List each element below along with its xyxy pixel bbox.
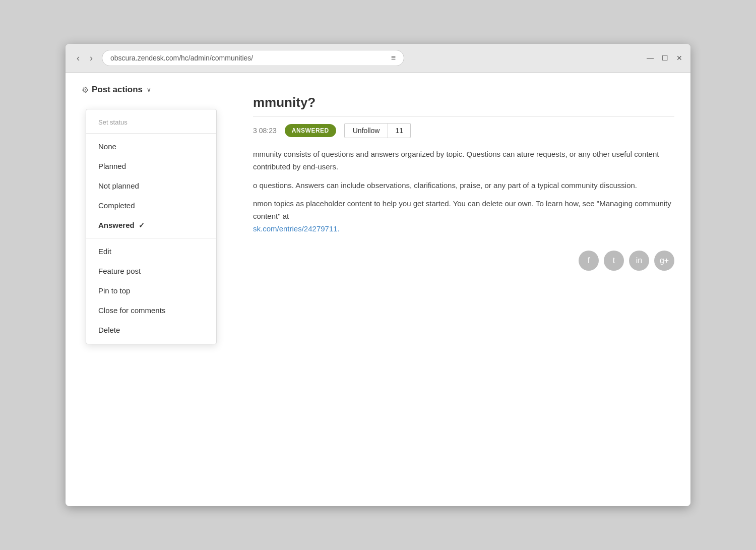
forward-button[interactable]: › <box>87 52 96 65</box>
completed-label: Completed <box>98 201 135 210</box>
chevron-down-icon: ∨ <box>147 86 151 93</box>
browser-window: ‹ › obscura.zendesk.com/hc/admin/communi… <box>66 44 690 506</box>
delete-label: Delete <box>98 326 120 334</box>
dropdown-item-completed[interactable]: Completed <box>86 196 216 215</box>
dropdown-section-label: Set status <box>86 113 216 130</box>
dropdown-item-close-for-comments[interactable]: Close for comments <box>86 300 216 320</box>
body-paragraph-2: o questions. Answers can include observa… <box>253 179 674 192</box>
follow-controls: Unfollow 11 <box>344 123 411 138</box>
linkedin-icon[interactable]: in <box>629 251 649 271</box>
none-label: None <box>98 142 116 151</box>
gear-icon: ⚙ <box>82 85 89 95</box>
url-text: obscura.zendesk.com/hc/admin/communities… <box>110 54 253 62</box>
community-link[interactable]: sk.com/entries/24279711. <box>253 224 340 233</box>
googleplus-icon[interactable]: g+ <box>654 251 674 271</box>
twitter-icon[interactable]: t <box>604 251 624 271</box>
window-controls: — ☐ ✕ <box>647 54 682 62</box>
close-button[interactable]: ✕ <box>676 54 682 62</box>
not-planned-label: Not planned <box>98 181 139 190</box>
dropdown-item-answered[interactable]: Answered ✓ <box>86 215 216 235</box>
minimize-button[interactable]: — <box>647 54 654 62</box>
back-button[interactable]: ‹ <box>74 52 83 65</box>
post-actions-trigger[interactable]: ⚙ Post actions ∨ <box>82 85 674 95</box>
hamburger-icon: ≡ <box>391 53 396 63</box>
main-content: mmunity? 3 08:23 ANSWERED Unfollow 11 mm… <box>233 95 674 271</box>
body-paragraph-3: nmon topics as placeholder content to he… <box>253 198 674 235</box>
answered-badge: ANSWERED <box>285 124 336 137</box>
dropdown-menu: Set status None Planned Not planned Comp… <box>86 109 217 344</box>
address-bar[interactable]: obscura.zendesk.com/hc/admin/communities… <box>102 50 404 66</box>
post-actions-label: Post actions <box>92 85 143 95</box>
social-icons: f t in g+ <box>253 251 674 271</box>
status-divider <box>86 133 216 134</box>
nav-buttons: ‹ › <box>74 52 96 65</box>
feature-post-label: Feature post <box>98 267 141 275</box>
close-for-comments-label: Close for comments <box>98 306 165 315</box>
post-body: mmunity consists of questions and answer… <box>253 148 674 235</box>
maximize-button[interactable]: ☐ <box>662 54 668 62</box>
body-text-3: nmon topics as placeholder content to he… <box>253 199 671 220</box>
dropdown-item-feature-post[interactable]: Feature post <box>86 261 216 281</box>
dropdown-item-none[interactable]: None <box>86 137 216 156</box>
browser-chrome: ‹ › obscura.zendesk.com/hc/admin/communi… <box>66 44 690 73</box>
post-timestamp: 3 08:23 <box>253 127 277 135</box>
checkmark-icon: ✓ <box>139 221 145 229</box>
edit-label: Edit <box>98 247 111 256</box>
dropdown-item-not-planned[interactable]: Not planned <box>86 176 216 196</box>
dropdown-item-edit[interactable]: Edit <box>86 241 216 261</box>
actions-divider <box>86 238 216 238</box>
unfollow-button[interactable]: Unfollow <box>344 123 389 138</box>
dropdown-item-delete[interactable]: Delete <box>86 320 216 340</box>
planned-label: Planned <box>98 162 126 170</box>
body-paragraph-1: mmunity consists of questions and answer… <box>253 148 674 173</box>
post-title: mmunity? <box>253 95 674 117</box>
browser-content: ⚙ Post actions ∨ Set status None Planned… <box>66 73 690 506</box>
dropdown-item-pin-to-top[interactable]: Pin to top <box>86 281 216 300</box>
post-meta: 3 08:23 ANSWERED Unfollow 11 <box>253 123 674 138</box>
answered-label: Answered <box>98 221 135 229</box>
facebook-icon[interactable]: f <box>579 251 599 271</box>
dropdown-item-planned[interactable]: Planned <box>86 156 216 176</box>
pin-to-top-label: Pin to top <box>98 286 130 295</box>
follow-count: 11 <box>388 123 411 138</box>
